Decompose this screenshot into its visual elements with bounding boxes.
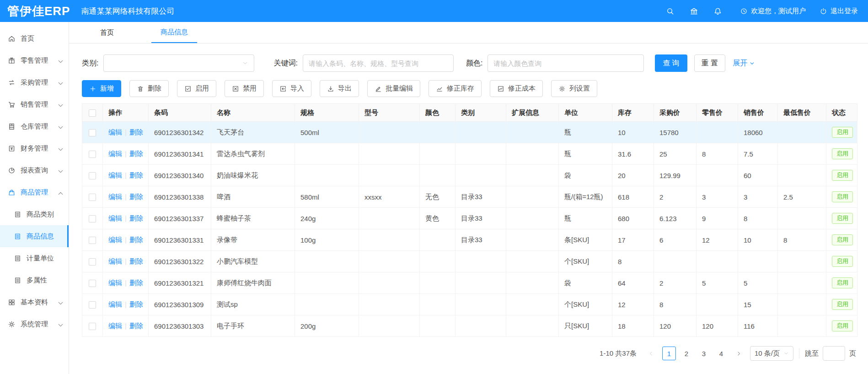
bank-icon[interactable] bbox=[685, 2, 702, 20]
row-checkbox[interactable] bbox=[89, 237, 96, 244]
table-cell bbox=[420, 122, 455, 143]
delete-link[interactable]: 删除 bbox=[129, 214, 143, 222]
table-cell bbox=[420, 315, 455, 337]
table-cell: 雷达杀虫气雾剂 bbox=[211, 143, 295, 165]
导入-button[interactable]: 导入 bbox=[272, 80, 311, 97]
logout-button[interactable]: 退出登录 bbox=[820, 7, 858, 16]
jump-page-input[interactable] bbox=[823, 346, 845, 361]
table-cell: 8 bbox=[738, 208, 778, 229]
列设置-button[interactable]: 列设置 bbox=[551, 80, 597, 97]
row-checkbox[interactable] bbox=[89, 194, 96, 201]
welcome-user[interactable]: 欢迎您，测试用户 bbox=[740, 7, 806, 16]
page-number-2[interactable]: 2 bbox=[680, 347, 693, 360]
page-number-1[interactable]: 1 bbox=[662, 347, 676, 360]
sidebar-item-财务管理[interactable]: 财务管理 bbox=[0, 137, 69, 159]
warehouse-icon bbox=[8, 123, 16, 130]
page-number-3[interactable]: 3 bbox=[697, 347, 711, 360]
edit-link[interactable]: 编辑 bbox=[108, 214, 122, 222]
edit-link[interactable]: 编辑 bbox=[108, 150, 122, 157]
delete-link[interactable]: 删除 bbox=[129, 236, 143, 244]
row-checkbox[interactable] bbox=[89, 172, 96, 179]
修正成本-button[interactable]: 修正成本 bbox=[490, 80, 543, 97]
table-cell: 袋 bbox=[559, 272, 612, 294]
row-checkbox[interactable] bbox=[89, 129, 96, 136]
tab-product-info[interactable]: 商品信息 bbox=[151, 22, 197, 43]
next-page-icon[interactable] bbox=[733, 347, 745, 360]
sidebar-item-仓库管理[interactable]: 仓库管理 bbox=[0, 115, 69, 137]
sidebar-item-商品信息[interactable]: 商品信息 bbox=[0, 225, 69, 247]
sidebar-item-零售管理[interactable]: 零售管理 bbox=[0, 49, 69, 71]
row-checkbox[interactable] bbox=[89, 301, 96, 309]
keyword-input[interactable] bbox=[309, 60, 448, 67]
color-input[interactable] bbox=[493, 60, 638, 67]
row-checkbox[interactable] bbox=[89, 280, 96, 287]
edit-link[interactable]: 编辑 bbox=[108, 128, 122, 136]
table-cell bbox=[420, 294, 455, 315]
delete-link[interactable]: 删除 bbox=[129, 300, 143, 308]
禁用-button[interactable]: 禁用 bbox=[225, 80, 264, 97]
column-header-类别: 类别 bbox=[455, 104, 506, 122]
table-cell bbox=[295, 165, 359, 186]
sidebar-item-销售管理[interactable]: 销售管理 bbox=[0, 93, 69, 115]
批量编辑-button[interactable]: 批量编辑 bbox=[367, 80, 420, 97]
sidebar-item-label: 商品信息 bbox=[27, 232, 54, 241]
sidebar-item-商品管理[interactable]: 商品管理 bbox=[0, 181, 69, 203]
edit-link[interactable]: 编辑 bbox=[108, 193, 122, 201]
search-icon[interactable] bbox=[661, 2, 679, 20]
prev-page-icon[interactable] bbox=[645, 347, 658, 360]
edit-link[interactable]: 编辑 bbox=[108, 279, 122, 287]
select-all-checkbox[interactable] bbox=[89, 109, 96, 117]
reset-button[interactable]: 重 置 bbox=[694, 54, 725, 72]
修正库存-button[interactable]: 修正库存 bbox=[429, 80, 482, 97]
删除-button[interactable]: 删除 bbox=[129, 80, 169, 97]
table-cell: 500ml bbox=[295, 122, 359, 143]
delete-link[interactable]: 删除 bbox=[129, 322, 143, 330]
app-logo: 管伊佳ERP bbox=[0, 3, 81, 19]
page-number-4[interactable]: 4 bbox=[714, 347, 728, 360]
filter-bar: 类别: 关键词: 颜色: 查 询 重 置 展开 bbox=[69, 43, 868, 76]
tab-home[interactable]: 首页 bbox=[91, 22, 123, 43]
edit-link[interactable]: 编辑 bbox=[108, 236, 122, 244]
delete-link[interactable]: 删除 bbox=[129, 171, 143, 179]
table-cell: 康师傅红烧牛肉面 bbox=[211, 272, 295, 294]
sidebar-item-首页[interactable]: 首页 bbox=[0, 27, 69, 49]
row-checkbox[interactable] bbox=[89, 323, 96, 330]
table-cell: 奶油味爆米花 bbox=[211, 165, 295, 186]
category-select[interactable] bbox=[103, 54, 254, 72]
导出-button[interactable]: 导出 bbox=[320, 80, 359, 97]
table-cell: 瓶 bbox=[559, 122, 612, 143]
row-checkbox[interactable] bbox=[89, 258, 96, 266]
delete-link[interactable]: 删除 bbox=[129, 128, 143, 136]
edit-link[interactable]: 编辑 bbox=[108, 171, 122, 179]
table-row: 编辑|删除6901236301337蜂蜜柚子茶240g黄色目录33瓶6806.1… bbox=[82, 208, 857, 229]
sidebar-item-报表查询[interactable]: 报表查询 bbox=[0, 159, 69, 181]
启用-button[interactable]: 启用 bbox=[177, 80, 216, 97]
table-cell: 8 bbox=[697, 143, 738, 165]
home-icon bbox=[8, 35, 16, 43]
expand-link[interactable]: 展开 bbox=[733, 59, 755, 68]
sidebar-item-采购管理[interactable]: 采购管理 bbox=[0, 71, 69, 93]
sidebar-item-label: 报表查询 bbox=[21, 166, 48, 175]
search-button[interactable]: 查 询 bbox=[655, 54, 687, 72]
新增-button[interactable]: 新增 bbox=[82, 80, 121, 97]
delete-link[interactable]: 删除 bbox=[129, 150, 143, 157]
row-checkbox[interactable] bbox=[89, 215, 96, 222]
sidebar-item-商品类别[interactable]: 商品类别 bbox=[0, 203, 69, 225]
table-cell: 6901236301331 bbox=[149, 229, 211, 251]
sidebar-item-基本资料[interactable]: 基本资料 bbox=[0, 291, 69, 313]
bell-icon[interactable] bbox=[709, 2, 726, 20]
delete-link[interactable]: 删除 bbox=[129, 257, 143, 265]
row-checkbox[interactable] bbox=[89, 151, 96, 158]
table-cell: 120 bbox=[654, 315, 697, 337]
sidebar-item-计量单位[interactable]: 计量单位 bbox=[0, 247, 69, 269]
delete-link[interactable]: 删除 bbox=[129, 279, 143, 287]
delete-link[interactable]: 删除 bbox=[129, 193, 143, 201]
sidebar-item-多属性[interactable]: 多属性 bbox=[0, 269, 69, 291]
edit-link[interactable]: 编辑 bbox=[108, 257, 122, 265]
edit-link[interactable]: 编辑 bbox=[108, 300, 122, 308]
page-size-select[interactable]: 10 条/页 bbox=[750, 346, 793, 361]
color-label: 颜色: bbox=[466, 59, 482, 68]
edit-link[interactable]: 编辑 bbox=[108, 322, 122, 330]
table-cell bbox=[359, 251, 420, 272]
sidebar-item-系统管理[interactable]: 系统管理 bbox=[0, 313, 69, 335]
